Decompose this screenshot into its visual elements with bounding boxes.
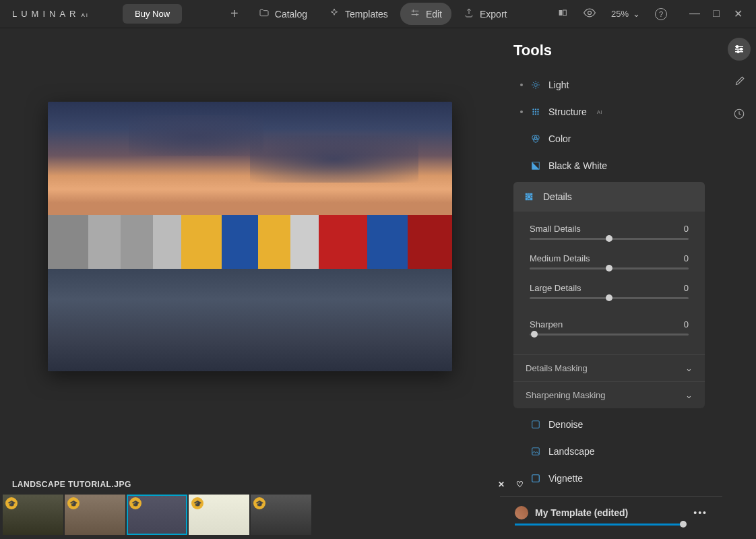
graduation-icon: 🎓 [5,497,18,509]
minimize-button[interactable]: — [689,7,701,20]
ai-badge: AI [597,109,602,115]
large-details-slider[interactable] [530,297,689,299]
buy-now-button[interactable]: Buy Now [123,4,182,24]
svg-rect-20 [526,196,527,197]
slider-label: Small Details [530,224,581,234]
modified-dot [520,84,523,86]
svg-rect-22 [531,196,532,197]
svg-point-10 [532,113,534,115]
svg-point-5 [535,108,536,110]
slider-value: 0 [684,319,689,329]
thumbnail[interactable]: 🎓 [251,495,311,535]
nav-catalog[interactable]: Catalog [249,3,317,25]
compare-icon[interactable] [557,7,568,21]
tool-vignette[interactable]: Vignette [513,465,705,492]
svg-point-3 [534,84,538,87]
graduation-icon: 🎓 [67,497,80,509]
svg-point-2 [588,11,591,14]
chevron-down-icon: ⌄ [633,9,640,19]
filmstrip: 🎓 🎓 🎓 🎓 🎓 [0,495,536,539]
svg-rect-1 [563,10,567,15]
folder-icon [259,7,270,20]
thumbnail[interactable]: 🎓 [127,495,187,535]
template-strength-slider[interactable] [515,524,683,526]
tools-title: Tools [513,42,705,59]
tool-landscape[interactable]: Landscape [513,438,705,465]
slider-value: 0 [684,253,689,263]
svg-rect-24 [528,199,530,200]
sparkle-icon [329,7,340,20]
vignette-icon [531,472,540,484]
structure-icon [531,106,540,118]
template-thumbnail [515,506,528,519]
small-details-slider[interactable] [530,238,689,240]
svg-point-11 [535,113,536,115]
svg-point-7 [532,111,534,113]
photo-preview [48,102,452,371]
tool-details[interactable]: Details [513,182,705,212]
details-masking-section[interactable]: Details Masking⌄ [513,354,705,381]
app-logo: LUMINARAI [12,9,89,19]
medium-details-slider[interactable] [530,267,689,270]
thumbnail[interactable]: 🎓 [189,495,249,535]
landscape-icon [531,445,540,457]
svg-point-8 [535,111,536,113]
svg-point-29 [736,46,738,48]
export-icon [464,7,474,20]
thumbnail[interactable]: 🎓 [65,495,125,535]
template-menu-button[interactable]: ••• [693,507,707,518]
history-button[interactable] [728,102,751,125]
graduation-icon: 🎓 [191,497,203,509]
nav-export[interactable]: Export [454,3,516,25]
color-icon [531,133,540,145]
tool-structure[interactable]: StructureAI [513,98,705,125]
tool-color[interactable]: Color [513,125,705,152]
details-panel: Details Small Details0 Medium Details0 L… [513,182,705,408]
modified-dot [520,110,523,113]
nav-templates[interactable]: Templates [319,3,398,25]
svg-rect-25 [530,198,533,201]
help-icon[interactable]: ? [655,8,667,20]
denoise-icon [531,418,540,431]
maximize-button[interactable]: □ [710,7,722,20]
add-button[interactable]: + [222,2,247,26]
svg-point-4 [532,108,534,110]
svg-rect-18 [528,193,530,195]
bw-icon [531,160,540,172]
edit-tools-button[interactable] [728,38,751,61]
slider-value: 0 [684,224,689,234]
slider-value: 0 [684,283,689,293]
close-button[interactable]: ✕ [732,7,744,20]
svg-rect-21 [528,195,531,199]
brush-button[interactable] [728,70,751,93]
svg-rect-28 [532,475,540,482]
slider-label: Large Details [530,283,581,293]
svg-point-6 [537,108,538,110]
slider-label: Medium Details [530,253,590,263]
sliders-icon [410,7,420,20]
tool-light[interactable]: Light [513,71,705,98]
svg-rect-26 [532,421,540,429]
template-name: My Template (edited) [535,507,628,518]
tool-black-white[interactable]: Black & White [513,152,705,179]
sharpening-masking-section[interactable]: Sharpening Masking⌄ [513,381,705,408]
svg-point-9 [537,111,538,113]
filename: LANDSCAPE TUTORIAL.JPG [12,480,131,489]
svg-rect-0 [559,10,563,15]
graduation-icon: 🎓 [253,497,265,509]
tool-denoise[interactable]: Denoise [513,411,705,438]
preview-icon[interactable] [583,6,596,22]
svg-point-31 [737,51,739,53]
chevron-down-icon: ⌄ [685,390,693,400]
svg-point-30 [741,49,743,51]
nav-edit[interactable]: Edit [400,3,451,25]
sharpen-slider[interactable] [530,334,689,336]
details-icon [523,191,535,203]
svg-point-12 [537,113,538,115]
graduation-icon: 🎓 [129,497,141,509]
canvas-area[interactable]: LANDSCAPE TUTORIAL.JPG ✕ ♡ 🎓 🎓 🎓 🎓 🎓 [0,28,500,539]
chevron-down-icon: ⌄ [685,363,693,373]
thumbnail[interactable]: 🎓 [3,495,63,535]
slider-label: Sharpen [530,319,563,329]
zoom-control[interactable]: 25% ⌄ [611,9,640,19]
